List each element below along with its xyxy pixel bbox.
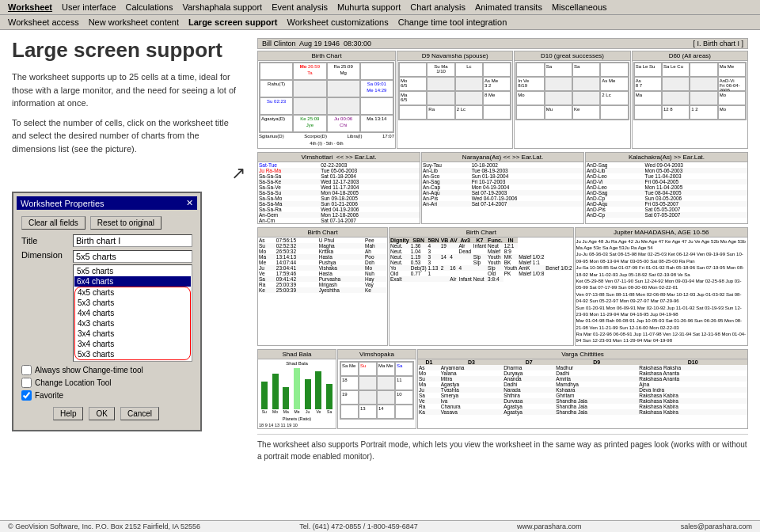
- bar-mo-fill: [272, 374, 279, 409]
- dasha-row: Vimshottari << >> Ear.Lat. Sat-Tue02-22-…: [257, 152, 748, 224]
- sub-customizations[interactable]: Worksheet customizations: [283, 17, 393, 28]
- always-show-checkbox-row: Always show Change-time tool: [21, 365, 192, 375]
- cell-r4c4: Ma 13:14: [360, 115, 393, 132]
- dimension-row: Dimension 5x5 charts 5x5 charts 6x4 char…: [21, 250, 192, 362]
- dimension-option-4x4[interactable]: 4x4 charts: [75, 308, 190, 318]
- footer-phone: Tel. (641) 472-0855 / 1-800-459-6847: [299, 522, 418, 530]
- dialog-button-row: Help OK Cancel: [21, 405, 192, 422]
- portrait-note: The worksheet also supports Portrait mod…: [257, 434, 748, 466]
- left-panel: Large screen support The worksheet suppo…: [12, 38, 245, 466]
- title-input[interactable]: Birth chart I: [73, 234, 192, 247]
- menu-muhurta[interactable]: Muhurta support: [332, 2, 405, 13]
- worksheet-properties-dialog: Worksheet Properties ✕ Clear all fields …: [12, 192, 202, 431]
- vimshopaka-content: Sa Me Su Ma Me Sa 18 11 19 10: [338, 359, 416, 421]
- dimension-current[interactable]: 5x5 charts: [73, 250, 192, 263]
- clinton-name: Bill Clinton Aug 19 1946 08:30:00: [262, 40, 371, 48]
- dimension-option-6x4[interactable]: 6x4 charts: [74, 276, 191, 287]
- menu-calculations[interactable]: Calculations: [121, 2, 178, 13]
- birth-chart-main: Birth Chart Mo 26:59Ta Ra 25:09Mg Rahu(T…: [257, 51, 396, 149]
- dimension-list[interactable]: 5x5 charts 6x4 charts 4x5 charts 5x3 cha…: [73, 264, 192, 362]
- menu-event[interactable]: Event analysis: [267, 2, 332, 13]
- close-icon[interactable]: ✕: [186, 198, 193, 208]
- favorite-checkbox[interactable]: [21, 390, 32, 401]
- menu-userinterface[interactable]: User interface: [57, 2, 120, 13]
- change-location-checkbox-row: Change Location Tool: [21, 378, 192, 388]
- dialog-title-bar: Worksheet Properties ✕: [17, 196, 197, 210]
- d10-chart: D10 (great successes) Sa Sa In Ve8/19 As…: [514, 51, 630, 149]
- bottom-row: Shad Bala Shad Bala Su Mo M: [257, 349, 748, 429]
- always-show-checkbox[interactable]: [21, 365, 32, 375]
- sub-largescreen[interactable]: Large screen support: [184, 17, 282, 28]
- bar-su: Su: [260, 382, 269, 414]
- bar-ma-fill: [283, 387, 289, 409]
- ok-button[interactable]: OK: [89, 407, 114, 420]
- dasha-text: Ju Ju Age 48 Ju Ra Age 42 Ju Me Age 47 K…: [576, 238, 747, 345]
- birth-row2: Birth Chart As07:56:15U PhulPee Su02:52:…: [257, 227, 748, 346]
- cell-r1c4: [360, 63, 393, 80]
- cell-r4c3: Ju 00:06Chi: [327, 115, 360, 132]
- sub-newcontent[interactable]: New worksheet content: [84, 17, 184, 28]
- footer: © GeoVision Software, Inc. P.O. Box 2152…: [0, 520, 760, 532]
- top-charts-row: Birth Chart Mo 26:59Ta Ra 25:09Mg Rahu(T…: [257, 51, 748, 149]
- favorite-checkbox-row: Favorite: [21, 390, 192, 401]
- vimshopaka-chart: Vimshopaka Sa Me Su Ma Me Sa 18 11 19: [337, 349, 416, 429]
- menu-animated[interactable]: Animated transits: [470, 2, 547, 13]
- menu-varsha[interactable]: Varshaphala support: [177, 2, 267, 13]
- dimension-option-5x5[interactable]: 5x5 charts: [74, 266, 191, 276]
- menu-misc[interactable]: Miscellaneous: [547, 2, 612, 13]
- bar-ve-fill: [315, 371, 321, 409]
- footer-copyright: © GeoVision Software, Inc. P.O. Box 2152…: [8, 522, 200, 530]
- dimension-option-5x3[interactable]: 5x3 charts: [75, 298, 190, 308]
- clear-fields-button[interactable]: Clear all fields: [21, 216, 86, 230]
- bar-su-fill: [261, 382, 268, 409]
- page-title: Large screen support: [12, 38, 245, 63]
- kalachakra-section: Kalachakra(As) >> Ear.Lat. AnD-SagWed 09…: [585, 152, 748, 224]
- cell-r3c4: [360, 97, 393, 115]
- cell-r2c2-center: [293, 80, 326, 97]
- cell-r1c2: Mo 26:59Ta: [293, 63, 326, 80]
- bar-sa: Sa: [325, 384, 334, 414]
- vimshottari-section: Vimshottari << >> Ear.Lat. Sat-Tue02-22-…: [257, 152, 420, 224]
- cell-r3c3-center: [327, 97, 360, 115]
- clinton-header: Bill Clinton Aug 19 1946 08:30:00 [ I. B…: [257, 38, 748, 49]
- birth-chart-3: Birth Chart DignitySBN5BNVBAVAv3K7Func.I…: [389, 227, 574, 346]
- bar-mo: Mo: [271, 374, 280, 414]
- bar-ju-fill: [305, 379, 311, 409]
- cancel-button[interactable]: Cancel: [120, 407, 159, 420]
- main-content: Large screen support The worksheet suppo…: [0, 30, 760, 474]
- right-panel: Bill Clinton Aug 19 1946 08:30:00 [ I. B…: [257, 38, 748, 466]
- help-button[interactable]: Help: [53, 407, 84, 420]
- cell-r3c2-center: [293, 97, 326, 115]
- footer-email: sales@parashara.com: [681, 522, 752, 530]
- dasha-section: Jupiter MAHADASHA, AGE 10-56 Ju Ju Age 4…: [575, 227, 748, 346]
- dialog-body: Clear all fields Reset to original Title…: [17, 210, 197, 427]
- cell-r3c1: Su 02:23: [260, 97, 293, 115]
- change-location-checkbox[interactable]: [21, 378, 32, 388]
- dimension-option-3x4b[interactable]: 3x4 charts: [75, 339, 190, 349]
- bar-me: Me: [292, 368, 302, 414]
- title-row: Title Birth chart I: [21, 234, 192, 247]
- dimension-option-4x3[interactable]: 4x3 charts: [75, 318, 190, 329]
- sub-access[interactable]: Worksheet access: [3, 17, 84, 28]
- sub-changetime[interactable]: Change time tool integration: [393, 17, 512, 28]
- bar-ju: Ju: [303, 379, 313, 414]
- narayana-section: Narayana(As) << >> Ear.Lat. Suy-Tau10-18…: [421, 152, 584, 224]
- dimension-option-4x5[interactable]: 4x5 charts: [75, 287, 190, 298]
- menu-chart[interactable]: Chart analysis: [405, 2, 470, 13]
- bar-ve: Ve: [314, 371, 324, 414]
- dimension-option-3x4a[interactable]: 3x4 charts: [75, 329, 190, 339]
- d9-chart: D9 Navamsha (spouse) Su Ma1/10 Lc Mo6/5 …: [397, 51, 513, 149]
- bar-ma: Ma: [281, 387, 291, 414]
- menu-worksheet[interactable]: Worksheet: [3, 2, 57, 13]
- description-text: The worksheet supports up to 25 cells at…: [12, 70, 245, 155]
- footer-website: www.parashara.com: [517, 522, 582, 530]
- d60-chart: D60 (All areas) Sa Le Su Sa Le Cu Ma Me …: [632, 51, 748, 149]
- cell-r2c4: Sa 09:01Me 14:29: [360, 80, 393, 97]
- cell-r2c1: Rahu(T): [260, 80, 293, 97]
- shad-bala-chart: Shad Bala Shad Bala Su Mo M: [257, 349, 336, 429]
- bar-me-fill: [294, 368, 300, 409]
- birth-chart-2: Birth Chart As07:56:15U PhulPee Su02:52:…: [257, 227, 388, 346]
- reset-button[interactable]: Reset to original: [90, 216, 162, 230]
- right-content: Bill Clinton Aug 19 1946 08:30:00 [ I. B…: [257, 38, 748, 466]
- dimension-option-5x3b[interactable]: 5x3 charts: [75, 349, 190, 359]
